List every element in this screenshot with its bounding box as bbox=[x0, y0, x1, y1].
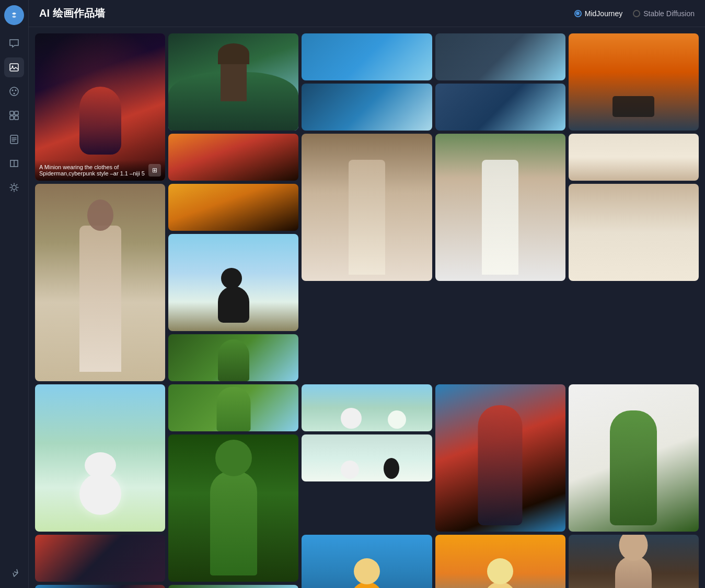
list-item[interactable] bbox=[302, 535, 432, 588]
svg-rect-8 bbox=[15, 111, 18, 115]
list-item[interactable] bbox=[569, 134, 699, 181]
list-item[interactable] bbox=[302, 434, 432, 481]
header: AI 绘画作品墙 MidJourney Stable Diffusion bbox=[29, 0, 705, 27]
svg-point-12 bbox=[12, 185, 16, 190]
list-item[interactable] bbox=[168, 434, 298, 582]
svg-rect-7 bbox=[10, 111, 14, 115]
svg-point-0 bbox=[9, 10, 19, 20]
list-item[interactable] bbox=[435, 84, 565, 131]
list-item[interactable] bbox=[569, 384, 699, 532]
sidebar-item-book[interactable] bbox=[4, 154, 24, 173]
list-item[interactable] bbox=[302, 384, 432, 431]
svg-rect-9 bbox=[10, 116, 14, 120]
sidebar-item-share[interactable] bbox=[4, 563, 24, 583]
list-item[interactable] bbox=[35, 384, 165, 532]
list-item[interactable] bbox=[569, 535, 699, 588]
svg-point-6 bbox=[14, 93, 15, 95]
filter-stable-diffusion-label: Stable Diffusion bbox=[643, 9, 695, 18]
svg-point-4 bbox=[12, 90, 14, 91]
list-item[interactable] bbox=[168, 384, 298, 431]
svg-rect-1 bbox=[10, 64, 18, 71]
list-item[interactable] bbox=[168, 234, 298, 331]
svg-rect-10 bbox=[15, 116, 18, 120]
list-item[interactable] bbox=[168, 134, 298, 181]
sidebar bbox=[0, 0, 29, 588]
sidebar-item-task[interactable] bbox=[4, 130, 24, 149]
sidebar-item-art[interactable] bbox=[4, 81, 24, 101]
radio-stable-diffusion[interactable] bbox=[633, 10, 640, 17]
sidebar-item-grid[interactable] bbox=[4, 105, 24, 125]
sidebar-item-tools[interactable] bbox=[4, 178, 24, 197]
list-item[interactable] bbox=[435, 384, 565, 532]
radio-midjourney[interactable] bbox=[574, 10, 582, 17]
svg-point-3 bbox=[10, 87, 18, 96]
list-item[interactable] bbox=[435, 33, 565, 80]
filter-group: MidJourney Stable Diffusion bbox=[574, 9, 695, 18]
list-item[interactable] bbox=[569, 184, 699, 281]
list-item[interactable] bbox=[35, 184, 165, 381]
list-item[interactable] bbox=[168, 184, 298, 231]
page-title: AI 绘画作品墙 bbox=[39, 6, 105, 20]
sidebar-item-chat[interactable] bbox=[4, 33, 24, 53]
item-text: A Minion wearing the clothes of Spiderma… bbox=[39, 164, 145, 177]
app-logo bbox=[4, 5, 24, 25]
list-item[interactable]: A Minion wearing the clothes of Spiderma… bbox=[35, 33, 165, 181]
list-item[interactable] bbox=[168, 585, 298, 588]
filter-stable-diffusion[interactable]: Stable Diffusion bbox=[633, 9, 695, 18]
list-item[interactable] bbox=[35, 535, 165, 582]
list-item[interactable] bbox=[435, 535, 565, 588]
filter-midjourney[interactable]: MidJourney bbox=[574, 9, 622, 18]
list-item[interactable] bbox=[168, 33, 298, 131]
list-item[interactable] bbox=[302, 84, 432, 131]
list-item[interactable] bbox=[302, 134, 432, 281]
list-item[interactable] bbox=[35, 585, 165, 588]
svg-point-5 bbox=[15, 90, 17, 91]
filter-midjourney-label: MidJourney bbox=[585, 9, 622, 18]
gallery: A Minion wearing the clothes of Spiderma… bbox=[29, 27, 705, 588]
copy-icon[interactable]: ⊞ bbox=[148, 164, 161, 177]
list-item[interactable] bbox=[569, 33, 699, 131]
list-item[interactable] bbox=[435, 134, 565, 281]
list-item[interactable] bbox=[168, 334, 298, 381]
gallery-grid: A Minion wearing the clothes of Spiderma… bbox=[35, 33, 699, 588]
main-content: AI 绘画作品墙 MidJourney Stable Diffusion bbox=[29, 0, 705, 588]
list-item[interactable] bbox=[302, 33, 432, 80]
sidebar-item-image[interactable] bbox=[4, 57, 24, 77]
item-description: A Minion wearing the clothes of Spiderma… bbox=[35, 160, 165, 181]
